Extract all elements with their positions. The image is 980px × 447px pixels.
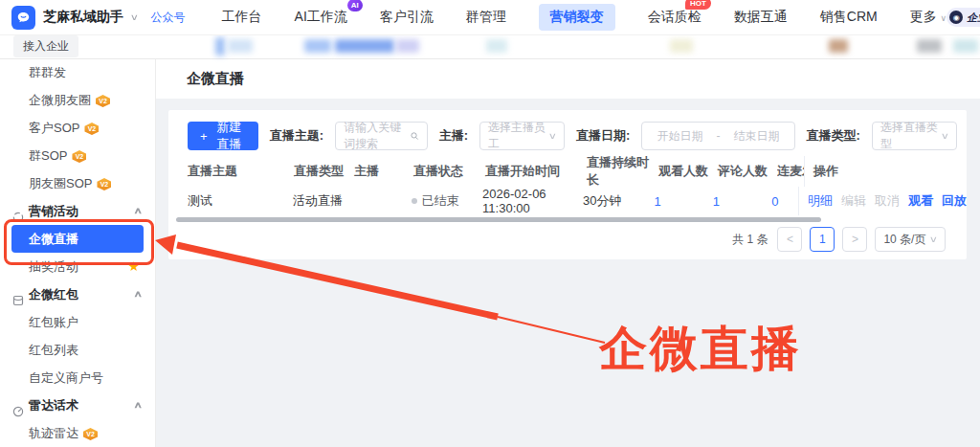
top-navbar: 芝麻私域助手 ∨ 公众号 工作台 AI工作流AI 客户引流 群管理 营销裂变 会… [0, 0, 980, 35]
table-row: 测试 活动直播 已结束 2026-02-06 11:30:00 30分钟 1 1… [188, 187, 967, 215]
col-header-viewers: 观看人数 [658, 163, 718, 180]
ai-badge: AI [347, 0, 363, 11]
sidebar-item-track-radar[interactable]: 轨迹雷达V2 [0, 419, 155, 447]
radar-icon [12, 399, 24, 411]
col-header-status: 直播状态 [413, 163, 485, 180]
company-tabs-bar: 接入企业 [0, 34, 980, 59]
live-list-card: + 新建直播 直播主题: 请输入关键词搜索 主播: 选择主播员工 ∨ 直播日期:… [168, 110, 967, 259]
sidebar-item-red-packet-account[interactable]: 红包账户 [0, 308, 155, 336]
nav-item-chat-inspection[interactable]: 会话质检HOT [648, 9, 702, 26]
date-filter-label: 直播日期: [576, 127, 630, 145]
blurred-tab [670, 39, 693, 53]
cell-status: 已结束 [412, 192, 482, 210]
blurred-tab [953, 39, 978, 53]
v2-badge-icon: V2 [83, 428, 98, 440]
filter-toolbar: + 新建直播 直播主题: 请输入关键词搜索 主播: 选择主播员工 ∨ 直播日期:… [188, 122, 957, 150]
cell-actions: 明细 编辑 取消 观看 回放 [798, 187, 967, 215]
annotation-callout-text: 企微直播 [599, 317, 802, 381]
connect-enterprise-button[interactable]: 接入企业 [13, 35, 78, 57]
nav-item-group-management[interactable]: 群管理 [466, 9, 506, 26]
cancel-action: 取消 [875, 192, 900, 210]
sidebar-section-radar-scripts[interactable]: 雷达话术 ∧ [0, 391, 155, 419]
chevron-up-icon: ∧ [134, 391, 144, 419]
new-live-button[interactable]: + 新建直播 [188, 122, 258, 150]
blurred-tab [486, 39, 507, 53]
table-header-row: 直播主题 直播类型 主播 直播状态 直播开始时间 直播持续时长 观看人数 评论人… [188, 156, 967, 187]
prev-page-button[interactable]: < [777, 227, 802, 252]
account-type-link[interactable]: 公众号 [151, 10, 186, 26]
chevron-up-icon: ∧ [134, 280, 144, 308]
sidebar: 群群发 企微朋友圈V2 客户SOPV2 群SOPV2 朋友圈SOPV2 营销活动… [0, 58, 156, 447]
sidebar-item-red-packet-list[interactable]: 红包列表 [0, 336, 155, 364]
sidebar-section-wecom-red-packet[interactable]: 企微红包 ∧ [0, 280, 155, 308]
mic-count-link[interactable]: 0 [771, 194, 778, 209]
cell-theme: 测试 [188, 192, 293, 210]
sidebar-item-wecom-moments[interactable]: 企微朋友圈V2 [0, 86, 155, 114]
cell-type: 活动直播 [293, 192, 352, 210]
watch-action[interactable]: 观看 [908, 192, 933, 210]
chevron-down-icon: ∨ [941, 131, 949, 141]
live-type-select[interactable]: 选择直播类型 ∨ [872, 122, 957, 150]
plus-icon: + [200, 129, 208, 144]
anchor-filter-label: 主播: [439, 127, 468, 145]
sidebar-section-marketing-activities[interactable]: 营销活动 ∧ [0, 197, 155, 225]
theme-search-input[interactable]: 请输入关键词搜索 [335, 122, 427, 150]
sidebar-item-custom-merchant-id[interactable]: 自定义商户号 [0, 364, 155, 391]
col-header-actions: 操作 [804, 156, 967, 187]
replay-action[interactable]: 回放 [942, 192, 967, 210]
col-header-comments: 评论人数 [718, 163, 777, 180]
sidebar-item-group-sop[interactable]: 群SOPV2 [0, 142, 155, 169]
nav-item-customer-acquisition[interactable]: 客户引流 [380, 9, 434, 26]
nav-item-workbench[interactable]: 工作台 [222, 9, 262, 26]
next-page-button[interactable]: > [842, 227, 867, 252]
col-header-type: 直播类型 [294, 163, 354, 180]
nav-item-sales-crm[interactable]: 销售CRM [820, 9, 878, 26]
theme-filter-label: 直播主题: [270, 127, 323, 145]
nav-right-area: ◉ 企业版 v3 ∨ [947, 7, 980, 28]
total-count: 共 1 条 [732, 232, 768, 248]
sidebar-item-wecom-live[interactable]: 企微直播 [11, 225, 144, 253]
v2-badge-icon: V2 [96, 95, 110, 107]
sidebar-item-group-mass-send[interactable]: 群群发 [0, 58, 155, 86]
chevron-down-icon: ∨ [548, 131, 557, 141]
nav-item-marketing-fission[interactable]: 营销裂变 [539, 4, 615, 31]
nav-item-more[interactable]: 更多 ∨ [910, 9, 947, 26]
chevron-down-icon: ∨ [941, 13, 947, 23]
blurred-tab [228, 39, 253, 53]
sidebar-item-moments-sop[interactable]: 朋友圈SOPV2 [0, 169, 155, 197]
blurred-tab [917, 39, 942, 53]
page-title: 企微直播 [187, 58, 244, 99]
logo[interactable]: 芝麻私域助手 ∨ 公众号 [0, 6, 186, 30]
type-filter-label: 直播类型: [807, 127, 860, 145]
search-icon [411, 130, 418, 142]
nav-item-ai-workflow[interactable]: AI工作流AI [295, 9, 347, 26]
edit-action: 编辑 [841, 192, 866, 210]
chevron-down-icon: ∨ [929, 235, 938, 244]
sidebar-item-customer-sop[interactable]: 客户SOPV2 [0, 114, 155, 142]
page-size-select[interactable]: 10 条/页 ∨ [875, 227, 946, 252]
sidebar-item-lottery-activity[interactable]: 抽奖活动★ [0, 253, 155, 280]
horizontal-scrollbar[interactable] [176, 217, 821, 222]
chevron-up-icon: ∧ [134, 197, 144, 225]
comments-count-link[interactable]: 1 [713, 194, 720, 209]
col-header-start-time: 直播开始时间 [485, 163, 587, 180]
app-title: 芝麻私域助手 [43, 9, 123, 26]
chevron-down-icon[interactable]: ∨ [130, 12, 139, 22]
nav-item-data-interchange[interactable]: 数据互通 [734, 9, 788, 26]
date-range-input[interactable]: 开始日期 - 结束日期 [641, 122, 794, 150]
detail-action[interactable]: 明细 [808, 192, 833, 210]
page-header: 企微直播 [155, 58, 980, 99]
viewers-count-link[interactable]: 1 [654, 194, 660, 209]
anchor-select[interactable]: 选择主播员工 ∨ [479, 122, 565, 150]
end-date-placeholder: 结束日期 [734, 128, 780, 145]
activity-circle-icon [12, 205, 24, 216]
blurred-tab [829, 39, 848, 53]
col-header-mic: 连麦发 [777, 163, 804, 180]
col-header-duration: 直播持续时长 [587, 154, 658, 189]
v2-badge-icon: V2 [72, 150, 86, 163]
date-separator: - [717, 129, 721, 143]
cell-duration: 30分钟 [583, 192, 654, 210]
status-dot-icon [412, 198, 417, 204]
page-number-button[interactable]: 1 [810, 227, 835, 252]
col-header-anchor: 主播 [354, 163, 413, 180]
